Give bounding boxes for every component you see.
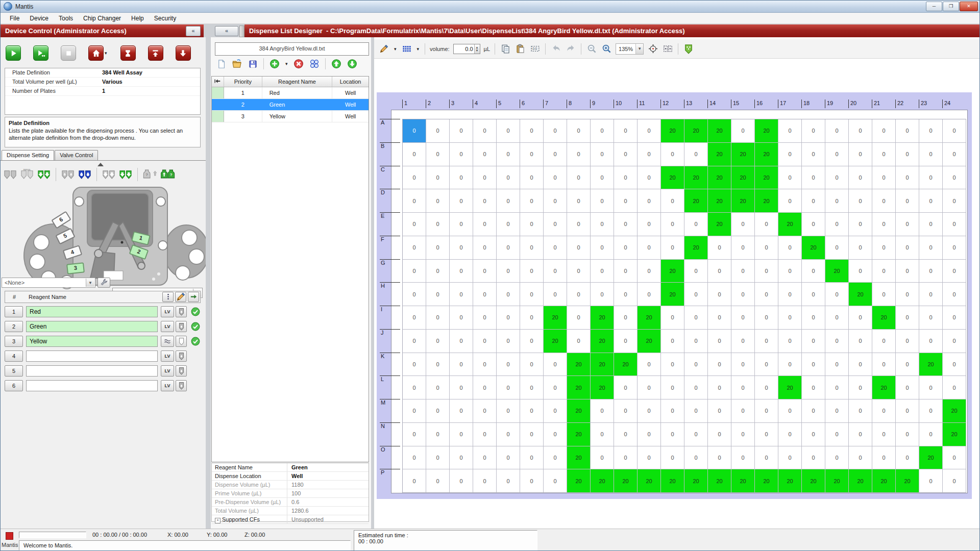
well-cell-C4[interactable]: 0 [473, 166, 497, 190]
well-cell-H9[interactable]: 0 [591, 283, 614, 306]
well-cell-N4[interactable]: 0 [473, 423, 497, 446]
unload-chips-button[interactable] [176, 45, 191, 61]
well-cell-D22[interactable]: 0 [896, 189, 919, 213]
menu-item-device[interactable]: Device [24, 13, 54, 23]
well-cell-D11[interactable]: 0 [638, 189, 661, 213]
well-cell-K9[interactable]: 20 [591, 353, 614, 377]
maximize-button[interactable]: ❒ [943, 2, 959, 11]
zoom-out-button[interactable] [586, 43, 597, 55]
well-cell-J19[interactable]: 0 [825, 330, 849, 353]
well-cell-D4[interactable]: 0 [473, 189, 497, 213]
well-cell-E22[interactable]: 0 [896, 213, 919, 236]
well-cell-M13[interactable]: 0 [684, 399, 708, 423]
well-cell-A14[interactable]: 20 [708, 119, 731, 143]
well-cell-L9[interactable]: 20 [591, 376, 614, 399]
well-cell-B24[interactable]: 0 [943, 143, 966, 166]
well-cell-D18[interactable]: 0 [802, 189, 825, 213]
well-cell-P13[interactable]: 20 [684, 469, 708, 493]
tab-valve-control[interactable]: Valve Control [55, 150, 98, 160]
well-cell-A24[interactable]: 0 [943, 119, 966, 143]
well-cell-H5[interactable]: 0 [497, 283, 520, 306]
well-cell-L23[interactable]: 0 [919, 376, 943, 399]
well-cell-E9[interactable]: 0 [591, 213, 614, 236]
well-cell-G18[interactable]: 0 [802, 260, 825, 283]
well-cell-H20[interactable]: 20 [849, 283, 872, 306]
well-cell-N10[interactable]: 0 [614, 423, 638, 446]
well-cell-N22[interactable]: 0 [896, 423, 919, 446]
well-cell-O5[interactable]: 0 [497, 446, 520, 470]
well-cell-P23[interactable]: 0 [919, 469, 943, 493]
menu-item-file[interactable]: File [5, 13, 24, 23]
well-cell-I22[interactable]: 0 [896, 306, 919, 330]
lv-mode-button[interactable]: LV [161, 321, 174, 332]
well-cell-F16[interactable]: 0 [755, 236, 778, 260]
well-cell-D21[interactable]: 0 [872, 189, 896, 213]
well-cell-C11[interactable]: 0 [638, 166, 661, 190]
move-up-button[interactable] [330, 58, 342, 70]
well-cell-K8[interactable]: 20 [567, 353, 591, 377]
well-cell-P18[interactable]: 20 [802, 469, 825, 493]
well-cell-I7[interactable]: 20 [544, 306, 567, 330]
well-cell-O19[interactable]: 0 [825, 446, 849, 470]
well-cell-G11[interactable]: 0 [638, 260, 661, 283]
play-button[interactable] [6, 45, 21, 61]
well-cell-O22[interactable]: 0 [896, 446, 919, 470]
designer-panel-collapse-button[interactable]: « [215, 26, 238, 36]
continuous-mode-button[interactable] [161, 336, 174, 347]
well-cell-H16[interactable]: 0 [755, 283, 778, 306]
stop-button[interactable] [61, 45, 76, 61]
well-cell-E21[interactable]: 0 [872, 213, 896, 236]
well-cell-C1[interactable]: 0 [403, 166, 426, 190]
lv-mode-button[interactable]: LV [161, 306, 174, 317]
well-cell-L22[interactable]: 0 [896, 376, 919, 399]
well-cell-N6[interactable]: 0 [520, 423, 544, 446]
well-cell-I19[interactable]: 0 [825, 306, 849, 330]
well-cell-O6[interactable]: 0 [520, 446, 544, 470]
well-cell-M4[interactable]: 0 [473, 399, 497, 423]
well-cell-P11[interactable]: 20 [638, 469, 661, 493]
well-cell-F19[interactable]: 0 [825, 236, 849, 260]
well-cell-F15[interactable]: 0 [731, 236, 755, 260]
well-cell-D7[interactable]: 0 [544, 189, 567, 213]
well-cell-N21[interactable]: 0 [872, 423, 896, 446]
chevron-down-icon[interactable]: ▾ [105, 51, 107, 56]
column-header-location[interactable]: Location [332, 77, 369, 87]
close-button[interactable]: ✕ [960, 2, 978, 11]
well-cell-D5[interactable]: 0 [497, 189, 520, 213]
well-cell-H24[interactable]: 0 [943, 283, 966, 306]
well-cell-F18[interactable]: 20 [802, 236, 825, 260]
well-cell-C22[interactable]: 0 [896, 166, 919, 190]
well-cell-A3[interactable]: 0 [450, 119, 473, 143]
well-cell-I16[interactable]: 0 [755, 306, 778, 330]
well-cell-G7[interactable]: 0 [544, 260, 567, 283]
well-cell-A12[interactable]: 20 [661, 119, 684, 143]
well-cell-B19[interactable]: 0 [825, 143, 849, 166]
well-cell-O20[interactable]: 0 [849, 446, 872, 470]
well-cell-M19[interactable]: 0 [825, 399, 849, 423]
well-cell-M16[interactable]: 0 [755, 399, 778, 423]
well-cell-I2[interactable]: 0 [426, 306, 450, 330]
well-cell-A20[interactable]: 0 [849, 119, 872, 143]
well-cell-N9[interactable]: 0 [591, 423, 614, 446]
chips-loaded-icon[interactable] [37, 169, 51, 181]
well-cell-O11[interactable]: 0 [638, 446, 661, 470]
well-cell-I23[interactable]: 0 [919, 306, 943, 330]
well-cell-E20[interactable]: 0 [849, 213, 872, 236]
well-cell-J7[interactable]: 20 [544, 330, 567, 353]
well-cell-K5[interactable]: 0 [497, 353, 520, 377]
chip-gray-icon[interactable] [176, 306, 187, 317]
well-cell-I10[interactable]: 0 [614, 306, 638, 330]
well-cell-C10[interactable]: 0 [614, 166, 638, 190]
well-cell-L24[interactable]: 0 [943, 376, 966, 399]
well-cell-L19[interactable]: 0 [825, 376, 849, 399]
well-cell-F6[interactable]: 0 [520, 236, 544, 260]
well-cell-J3[interactable]: 0 [450, 330, 473, 353]
well-cell-G24[interactable]: 0 [943, 260, 966, 283]
well-cell-F13[interactable]: 20 [684, 236, 708, 260]
menu-item-help[interactable]: Help [126, 13, 149, 23]
well-cell-E3[interactable]: 0 [450, 213, 473, 236]
well-cell-A21[interactable]: 0 [872, 119, 896, 143]
well-cell-H2[interactable]: 0 [426, 283, 450, 306]
column-header-priority[interactable]: Priority [224, 77, 262, 87]
well-cell-O24[interactable]: 0 [943, 446, 966, 470]
